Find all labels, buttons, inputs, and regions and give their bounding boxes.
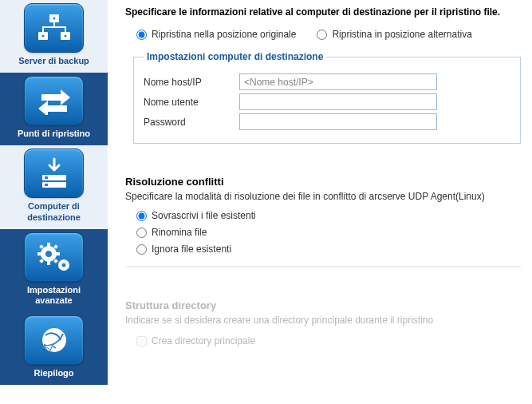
group-legend: Impostazioni computer di destinazione: [144, 51, 326, 62]
svg-point-11: [45, 251, 52, 257]
radio-label: Ripristina nella posizione originale: [152, 29, 296, 40]
nav-summary[interactable]: Riepilogo: [0, 312, 108, 385]
radio-input[interactable]: [136, 211, 147, 221]
svg-point-22: [42, 328, 66, 352]
radio-input[interactable]: [136, 30, 147, 40]
radio-label: Ripristina in posizione alternativa: [332, 29, 471, 40]
download-drive-icon: [24, 149, 84, 198]
radio-input[interactable]: [136, 228, 147, 238]
conflict-desc: Specificare la modalità di risoluzione d…: [125, 191, 521, 202]
radio-label: Ignora file esistenti: [152, 244, 231, 255]
directory-structure-section: Struttura directory Indicare se si desid…: [125, 299, 521, 347]
svg-point-21: [61, 263, 65, 267]
svg-point-4: [41, 35, 44, 38]
dir-desc: Indicare se si desidera creare una direc…: [125, 315, 521, 326]
svg-rect-15: [56, 252, 60, 255]
radio-restore-alternate[interactable]: Ripristina in posizione alternativa: [317, 29, 471, 40]
destination-settings-group: Impostazioni computer di destinazione No…: [133, 51, 521, 144]
svg-rect-8: [45, 176, 48, 179]
host-label: Nome host/IP: [144, 77, 239, 88]
username-label: Nome utente: [144, 97, 239, 108]
radio-input[interactable]: [317, 30, 327, 40]
nav-label: Punti di ripristino: [14, 127, 93, 141]
separator: [125, 266, 521, 267]
nav-restore-points[interactable]: Punti di ripristino: [0, 73, 108, 145]
conflict-radio-group: Sovrascrivi i file esistenti Rinomina fi…: [136, 210, 521, 255]
nav-label: Server di backup: [15, 54, 93, 68]
svg-rect-12: [47, 243, 50, 247]
host-input[interactable]: [239, 73, 437, 90]
nav-label: Riepilogo: [30, 366, 77, 380]
svg-rect-14: [37, 252, 41, 255]
svg-point-3: [53, 18, 55, 20]
nav-advanced-settings[interactable]: Impostazioni avanzate: [0, 229, 108, 312]
network-icon: [24, 3, 84, 53]
svg-rect-13: [47, 261, 50, 265]
nav-destination-computer[interactable]: Computer di destinazione: [0, 145, 108, 228]
nav-label: Computer di destinazione: [24, 200, 84, 224]
globe-arrow-icon: [24, 315, 84, 365]
radio-label: Rinomina file: [152, 227, 207, 238]
arrows-icon: [24, 76, 84, 125]
gears-icon: [24, 232, 84, 282]
checkbox-create-root-dir: Crea directory principale: [136, 335, 521, 347]
checkbox-label: Crea directory principale: [152, 335, 255, 347]
username-input[interactable]: [239, 93, 437, 110]
password-input[interactable]: [239, 113, 437, 130]
nav-backup-server[interactable]: Server di backup: [0, 0, 108, 73]
password-label: Password: [144, 117, 239, 128]
radio-overwrite[interactable]: Sovrascrivi i file esistenti: [136, 210, 521, 221]
svg-rect-9: [45, 184, 48, 186]
page-title: Specificare le informazioni relative al …: [125, 6, 521, 18]
svg-point-5: [64, 35, 66, 38]
radio-ignore[interactable]: Ignora file esistenti: [136, 244, 521, 255]
radio-label: Sovrascrivi i file esistenti: [152, 210, 256, 221]
radio-restore-original[interactable]: Ripristina nella posizione originale: [136, 29, 296, 40]
checkbox-input: [136, 336, 147, 347]
main-panel: Specificare le informazioni relative al …: [108, 0, 532, 385]
radio-input[interactable]: [136, 244, 147, 255]
dir-title: Struttura directory: [125, 299, 521, 311]
nav-label: Impostazioni avanzate: [24, 283, 84, 307]
wizard-sidebar: Server di backup Punti di ripristino: [0, 0, 108, 385]
radio-rename[interactable]: Rinomina file: [136, 227, 521, 238]
restore-location-radio-group: Ripristina nella posizione originale Rip…: [136, 29, 521, 40]
conflict-title: Risoluzione conflitti: [125, 176, 521, 188]
